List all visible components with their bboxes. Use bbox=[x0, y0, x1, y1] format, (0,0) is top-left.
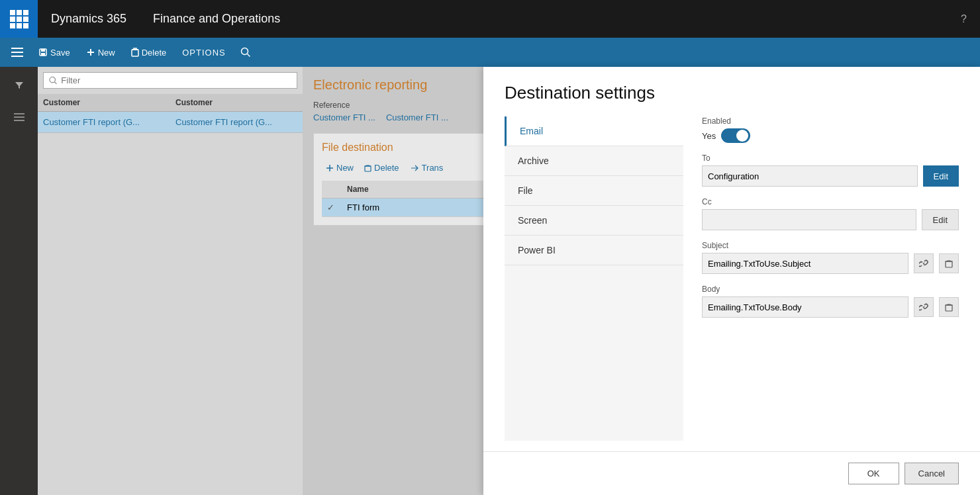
table-cell-check: ✓ bbox=[322, 199, 342, 217]
svg-rect-12 bbox=[365, 166, 371, 171]
to-row: Edit bbox=[702, 165, 959, 187]
list-panel: Customer Customer Customer FTI report (G… bbox=[38, 67, 303, 495]
filter-box[interactable] bbox=[43, 72, 297, 89]
dest-nav: Email Archive File Screen Power BI bbox=[505, 116, 683, 441]
cc-edit-button[interactable]: Edit bbox=[922, 209, 959, 230]
body-delete-icon[interactable] bbox=[939, 297, 959, 317]
reference-link-2[interactable]: Customer FTI ... bbox=[386, 112, 448, 122]
sidebar-icons bbox=[0, 67, 38, 495]
body-section: Body bbox=[702, 285, 959, 318]
col-header-1: Customer bbox=[38, 94, 170, 111]
destination-settings-overlay: Destination settings Email Archive File … bbox=[483, 67, 980, 495]
svg-point-11 bbox=[50, 77, 56, 83]
svg-rect-2 bbox=[11, 56, 23, 57]
list-cell-2: Customer FTI report (G... bbox=[170, 112, 303, 132]
search-button[interactable] bbox=[235, 42, 256, 63]
dest-nav-powerbi[interactable]: Power BI bbox=[505, 236, 683, 265]
subject-delete-icon[interactable] bbox=[939, 253, 959, 273]
filter-input[interactable] bbox=[61, 75, 291, 85]
subject-row bbox=[702, 253, 959, 274]
filter-icon[interactable] bbox=[6, 72, 32, 99]
enabled-label: Enabled bbox=[702, 116, 959, 126]
list-header: Customer Customer bbox=[38, 94, 303, 112]
body-label: Body bbox=[702, 285, 959, 294]
delete-label: Delete bbox=[142, 48, 167, 58]
dest-form: Enabled Yes To Edit bbox=[683, 116, 959, 441]
toggle-container: Yes bbox=[702, 128, 959, 143]
list-icon[interactable] bbox=[6, 104, 32, 130]
svg-rect-6 bbox=[132, 50, 138, 56]
subject-input[interactable] bbox=[702, 253, 908, 274]
fd-trans-button[interactable]: Trans bbox=[406, 160, 448, 175]
body-link-icon[interactable] bbox=[914, 297, 934, 317]
body-input[interactable] bbox=[702, 296, 908, 318]
list-cell-1: Customer FTI report (G... bbox=[38, 112, 170, 132]
enabled-toggle[interactable] bbox=[721, 128, 750, 143]
yes-label: Yes bbox=[702, 131, 716, 141]
dest-body: Email Archive File Screen Power BI Enabl… bbox=[505, 116, 959, 441]
app-grid-button[interactable] bbox=[0, 0, 38, 38]
grid-icon bbox=[10, 10, 28, 28]
delete-button[interactable]: Delete bbox=[124, 44, 173, 62]
fd-trans-label: Trans bbox=[422, 163, 444, 173]
svg-rect-0 bbox=[11, 48, 23, 49]
cc-section: Cc Edit bbox=[702, 197, 959, 230]
destination-settings: Destination settings Email Archive File … bbox=[483, 67, 980, 451]
options-button[interactable]: OPTIONS bbox=[175, 44, 232, 62]
svg-rect-5 bbox=[41, 53, 45, 56]
svg-rect-4 bbox=[41, 49, 45, 52]
list-item[interactable]: Customer FTI report (G... Customer FTI r… bbox=[38, 112, 303, 133]
svg-point-7 bbox=[241, 48, 248, 55]
subject-section: Subject bbox=[702, 241, 959, 274]
save-label: Save bbox=[50, 48, 70, 58]
cancel-button[interactable]: Cancel bbox=[905, 463, 959, 484]
enabled-section: Enabled Yes bbox=[702, 116, 959, 143]
subject-label: Subject bbox=[702, 241, 959, 250]
svg-rect-13 bbox=[946, 261, 952, 267]
dest-settings-title: Destination settings bbox=[505, 83, 959, 103]
dest-nav-file[interactable]: File bbox=[505, 176, 683, 206]
cc-row: Edit bbox=[702, 209, 959, 230]
save-button[interactable]: Save bbox=[32, 44, 77, 62]
dynamics365-title: Dynamics 365 bbox=[38, 12, 140, 26]
dest-footer: OK Cancel bbox=[483, 451, 980, 495]
svg-rect-14 bbox=[946, 305, 952, 311]
reference-link-1[interactable]: Customer FTI ... bbox=[313, 112, 375, 122]
to-section: To Edit bbox=[702, 154, 959, 187]
main-area: Customer Customer Customer FTI report (G… bbox=[0, 67, 980, 495]
new-button[interactable]: New bbox=[79, 44, 122, 62]
action-bar: Save New Delete OPTIONS bbox=[0, 38, 980, 67]
cc-input[interactable] bbox=[702, 209, 916, 230]
dest-nav-email[interactable]: Email bbox=[505, 116, 683, 146]
cc-label: Cc bbox=[702, 197, 959, 206]
hamburger-button[interactable] bbox=[5, 40, 29, 64]
table-col-check bbox=[322, 181, 342, 199]
svg-rect-1 bbox=[11, 52, 23, 53]
col-header-2: Customer bbox=[170, 94, 303, 111]
top-nav: Dynamics 365 Finance and Operations ? bbox=[0, 0, 980, 38]
toggle-knob bbox=[736, 130, 748, 142]
fd-delete-label: Delete bbox=[374, 163, 399, 173]
fd-delete-button[interactable]: Delete bbox=[360, 160, 403, 175]
dest-nav-screen[interactable]: Screen bbox=[505, 206, 683, 236]
body-row bbox=[702, 296, 959, 318]
app-title: Finance and Operations bbox=[140, 12, 293, 26]
fd-new-label: New bbox=[336, 163, 354, 173]
dest-nav-archive[interactable]: Archive bbox=[505, 146, 683, 176]
to-edit-button[interactable]: Edit bbox=[923, 165, 959, 187]
ok-button[interactable]: OK bbox=[848, 463, 899, 484]
help-button[interactable]: ? bbox=[948, 13, 980, 25]
new-label: New bbox=[98, 48, 115, 58]
subject-link-icon[interactable] bbox=[914, 253, 934, 273]
to-label: To bbox=[702, 154, 959, 163]
to-input[interactable] bbox=[702, 165, 918, 187]
fd-new-button[interactable]: New bbox=[322, 160, 358, 175]
